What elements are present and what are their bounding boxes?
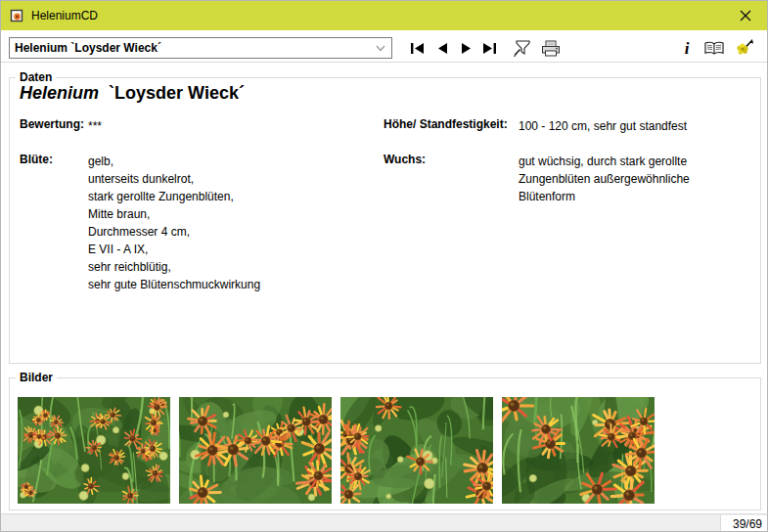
plant-title: Helenium`Loysder Wieck´ <box>20 83 245 104</box>
flower-photo-2[interactable] <box>179 397 332 504</box>
plant-cultivar: `Loysder Wieck´ <box>109 83 245 103</box>
nav-first-button[interactable] <box>407 39 427 57</box>
record-counter: 39/69 <box>720 515 767 532</box>
info-button[interactable]: i <box>677 39 697 57</box>
flower-photo-1[interactable] <box>18 397 170 504</box>
flower-photo-4[interactable] <box>502 397 655 504</box>
close-icon <box>740 10 751 22</box>
close-button[interactable] <box>723 1 767 30</box>
printer-icon <box>541 40 561 57</box>
bilder-legend: Bilder <box>16 371 57 384</box>
info-icon: i <box>685 40 690 57</box>
nav-previous-button[interactable] <box>432 39 452 57</box>
edit-flower-button[interactable] <box>734 39 753 57</box>
toolbar: Helenium `Loysder Wieck´ <box>1 30 767 63</box>
first-record-icon <box>410 42 425 55</box>
daten-legend: Daten <box>16 70 56 84</box>
titlebar[interactable]: HeleniumCD <box>1 1 767 30</box>
variety-select[interactable]: Helenium `Loysder Wieck´ <box>9 37 392 59</box>
field-label-bewertung: Bewertung: <box>20 117 84 131</box>
field-value-bluete: gelb, unterseits dunkelrot, stark geroll… <box>88 153 260 293</box>
field-label-bluete: Blüte: <box>20 153 53 166</box>
bilder-groupbox: Bilder <box>9 377 761 510</box>
variety-select-value: Helenium `Loysder Wieck´ <box>15 41 161 55</box>
daten-groupbox: Daten Helenium`Loysder Wieck´ Bewertung:… <box>9 77 761 364</box>
field-value-wuchs: gut wüchsig, durch stark gerollte Zungen… <box>519 153 690 205</box>
last-record-icon <box>482 42 497 55</box>
chevron-down-icon <box>376 45 385 52</box>
flower-pencil-icon <box>734 38 753 58</box>
flower-photo-3[interactable] <box>340 397 493 504</box>
window-title: HeleniumCD <box>31 9 98 22</box>
field-label-hoehe: Höhe/ Standfestigkeit: <box>384 117 508 131</box>
plant-genus: Helenium <box>20 83 99 103</box>
open-book-icon <box>704 41 724 56</box>
nav-last-button[interactable] <box>479 39 499 57</box>
app-icon <box>9 8 24 23</box>
catalog-button[interactable] <box>704 39 724 57</box>
next-record-icon <box>461 42 473 55</box>
field-value-hoehe: 100 - 120 cm, sehr gut standfest <box>519 117 687 135</box>
previous-record-icon <box>436 42 448 55</box>
field-label-wuchs: Wuchs: <box>384 153 426 166</box>
print-button[interactable] <box>541 39 561 57</box>
field-value-bewertung: *** <box>88 117 102 135</box>
filter-icon <box>513 39 531 57</box>
filter-button[interactable] <box>512 39 531 57</box>
status-bar: 39/69 <box>1 513 767 532</box>
nav-next-button[interactable] <box>457 39 476 57</box>
app-window: HeleniumCD Helenium `Loysder Wieck´ <box>0 0 768 532</box>
